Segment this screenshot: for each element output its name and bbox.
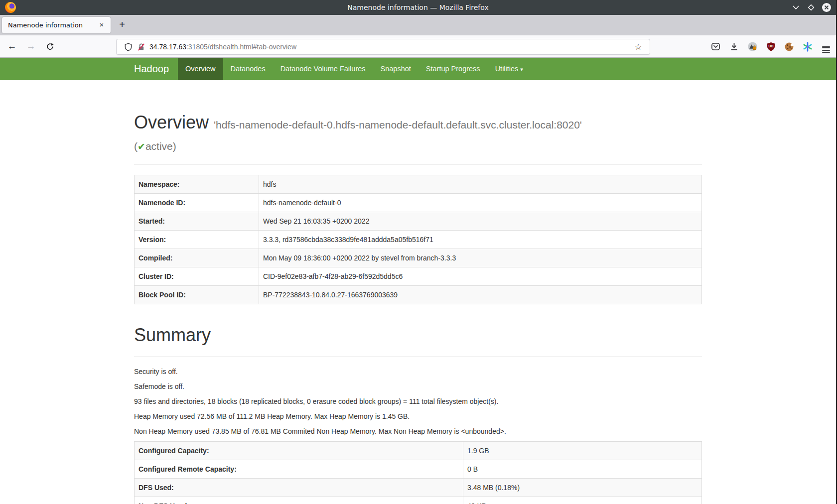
row-value: 40 KB [463, 497, 702, 504]
back-button[interactable]: ← [4, 38, 20, 54]
divider [134, 164, 702, 165]
row-value: hdfs-namenode-default-0 [259, 194, 702, 212]
nav-tab-startup-progress[interactable]: Startup Progress [418, 58, 488, 80]
url-path: :31805/dfshealth.html#tab-overview [186, 43, 296, 51]
table-row: Namespace:hdfs [135, 175, 702, 194]
tracking-shield-icon[interactable] [122, 40, 135, 53]
pocket-icon[interactable] [708, 40, 722, 54]
table-row: DFS Used:3.48 MB (0.18%) [135, 478, 702, 497]
insecure-lock-icon[interactable] [135, 40, 147, 53]
window-title: Namenode information — Mozilla Firefox [0, 3, 836, 11]
table-row: Cluster ID:CID-9ef02e83-afb7-4f28-ab29-6… [135, 267, 702, 286]
row-label: Non DFS Used: [135, 497, 463, 504]
table-row: Namenode ID:hdfs-namenode-default-0 [135, 194, 702, 212]
namenode-address: 'hdfs-namenode-default-0.hdfs-namenode-d… [214, 119, 582, 130]
forward-button: → [23, 38, 39, 54]
row-label: Configured Capacity: [135, 441, 463, 460]
nav-tab-overview[interactable]: Overview [178, 58, 223, 80]
chevron-down-icon: ▾ [520, 66, 523, 72]
nav-tab-snapshot[interactable]: Snapshot [373, 58, 418, 80]
table-row: Non DFS Used:40 KB [135, 497, 702, 504]
table-row: Compiled:Mon May 09 18:36:00 +0200 2022 … [135, 249, 702, 267]
close-icon[interactable] [821, 2, 832, 13]
row-label: Namenode ID: [135, 194, 259, 212]
url-host: 34.78.17.63 [149, 43, 186, 51]
summary-line: Non Heap Memory used 73.85 MB of 76.81 M… [134, 426, 702, 436]
table-row: Block Pool ID:BP-772238843-10.84.0.27-16… [135, 286, 702, 304]
maximize-icon[interactable] [806, 2, 817, 13]
titlebar: Namenode information — Mozilla Firefox [0, 0, 836, 15]
row-value: 1.9 GB [463, 441, 702, 460]
table-row: Started:Wed Sep 21 16:03:35 +0200 2022 [135, 212, 702, 231]
row-label: Namespace: [135, 175, 259, 194]
table-row: Version:3.3.3, rd37586cbda38c338d9fe481a… [135, 231, 702, 249]
toolbar-extensions: UO [708, 35, 833, 58]
hadoop-brand[interactable]: Hadoop [134, 58, 178, 80]
table-row: Configured Remote Capacity:0 B [135, 460, 702, 478]
ublock-origin-icon[interactable]: UO [764, 40, 778, 54]
overview-heading: Overview 'hdfs-namenode-default-0.hdfs-n… [134, 112, 702, 154]
reload-button[interactable] [42, 38, 58, 54]
tab-bar: Namenode information × + [0, 15, 836, 35]
summary-heading: Summary [134, 324, 702, 346]
divider [134, 356, 702, 357]
containers-asterisk-icon[interactable] [801, 40, 815, 54]
nav-tab-datanode-volume-failures[interactable]: Datanode Volume Failures [273, 58, 373, 80]
firefox-logo-icon [5, 2, 16, 13]
summary-line: Safemode is off. [134, 381, 702, 391]
row-value: Mon May 09 18:36:00 +0200 2022 by stevel… [259, 249, 702, 267]
tab-close-icon[interactable]: × [97, 20, 107, 30]
hadoop-navbar: Hadoop Overview Datanodes Datanode Volum… [0, 58, 836, 80]
table-row: Configured Capacity:1.9 GB [135, 441, 702, 460]
nav-tab-utilities[interactable]: Utilities▾ [488, 58, 531, 80]
row-value: hdfs [259, 175, 702, 194]
page-content: Overview 'hdfs-namenode-default-0.hdfs-n… [127, 80, 709, 504]
row-label: Block Pool ID: [135, 286, 259, 304]
row-label: Version: [135, 231, 259, 249]
tab-title: Namenode information [8, 21, 97, 29]
navigation-toolbar: ← → 34.78.17.63:31805/dfshealth.ht [0, 35, 836, 58]
hadoop-nav-items: Overview Datanodes Datanode Volume Failu… [178, 58, 531, 80]
privacy-extension-icon[interactable] [745, 40, 759, 54]
row-value: BP-772238843-10.84.0.27-1663769003639 [259, 286, 702, 304]
row-label: Cluster ID: [135, 267, 259, 286]
row-label: Compiled: [135, 249, 259, 267]
url-input[interactable]: 34.78.17.63:31805/dfshealth.html#tab-ove… [116, 39, 650, 55]
overview-title: Overview [134, 112, 209, 132]
browser-window: Namenode information — Mozilla Firefox N… [0, 0, 837, 504]
nav-tab-datanodes[interactable]: Datanodes [223, 58, 273, 80]
new-tab-button[interactable]: + [115, 18, 130, 33]
namenode-info-table: Namespace:hdfs Namenode ID:hdfs-namenode… [134, 175, 702, 304]
tab-namenode-information[interactable]: Namenode information × [2, 17, 111, 33]
row-label: Started: [135, 212, 259, 231]
row-label: Configured Remote Capacity: [135, 460, 463, 478]
cookie-icon[interactable] [782, 40, 796, 54]
row-value: CID-9ef02e83-afb7-4f28-ab29-6f592d5dd5c6 [259, 267, 702, 286]
url-text: 34.78.17.63:31805/dfshealth.html#tab-ove… [149, 43, 632, 51]
summary-line: 93 files and directories, 18 blocks (18 … [134, 396, 702, 406]
row-value: 3.48 MB (0.18%) [463, 478, 702, 497]
minimize-icon[interactable] [790, 2, 801, 13]
capacity-table: Configured Capacity:1.9 GB Configured Re… [134, 441, 702, 504]
window-controls [790, 0, 832, 15]
row-value: 0 B [463, 460, 702, 478]
menu-hamburger-icon[interactable] [819, 40, 833, 54]
row-value: Wed Sep 21 16:03:35 +0200 2022 [259, 212, 702, 231]
svg-text:UO: UO [768, 44, 773, 48]
bookmark-star-icon[interactable]: ☆ [632, 42, 645, 52]
summary-line: Heap Memory used 72.56 MB of 111.2 MB He… [134, 411, 702, 421]
summary-line: Security is off. [134, 367, 702, 377]
active-status: (✔active) [134, 140, 176, 152]
row-value: 3.3.3, rd37586cbda38c338d9fe481addda5a05… [259, 231, 702, 249]
downloads-icon[interactable] [727, 40, 741, 54]
check-icon: ✔ [138, 141, 145, 152]
row-label: DFS Used: [135, 478, 463, 497]
